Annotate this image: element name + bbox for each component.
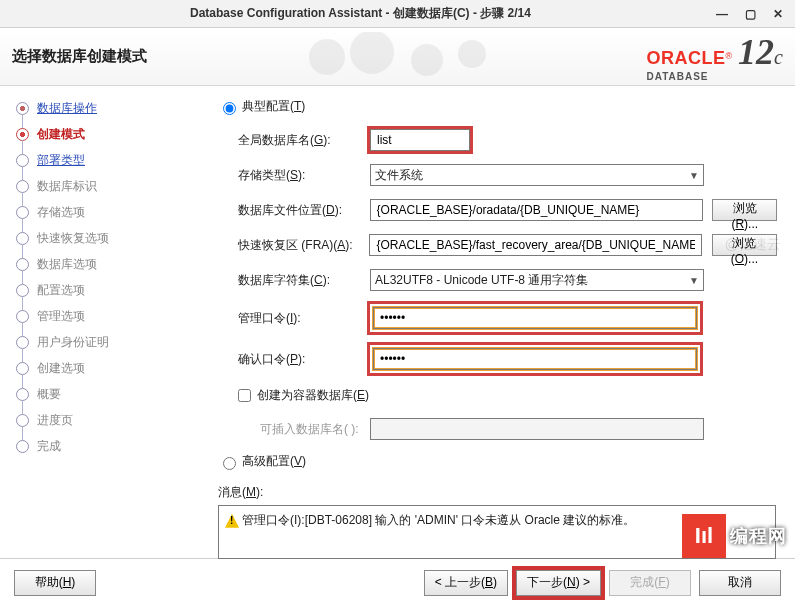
step-user-credentials: 用户身份证明: [16, 334, 190, 351]
watermark-logo-icon: Iıl: [682, 514, 726, 558]
version-twelve: 12: [738, 31, 774, 73]
back-button[interactable]: < 上一步(B): [424, 570, 508, 596]
db-file-location-input[interactable]: [370, 199, 703, 221]
advanced-config-radio-row: 高级配置(V): [218, 453, 777, 470]
pdb-name-label: 可插入数据库名( ):: [260, 421, 370, 438]
svg-point-0: [309, 39, 345, 75]
maximize-icon[interactable]: ▢: [741, 7, 759, 21]
page-title: 选择数据库创建模式: [0, 47, 147, 66]
step-create-mode: 创建模式: [16, 126, 190, 143]
minimize-icon[interactable]: —: [713, 7, 731, 21]
help-button[interactable]: 帮助(H): [14, 570, 96, 596]
step-db-id: 数据库标识: [16, 178, 190, 195]
pdb-name-input: [370, 418, 704, 440]
fra-input[interactable]: [369, 234, 702, 256]
svg-point-2: [411, 44, 443, 76]
charset-select[interactable]: AL32UTF8 - Unicode UTF-8 通用字符集▼: [370, 269, 704, 291]
step-create-options: 创建选项: [16, 360, 190, 377]
step-finish: 完成: [16, 438, 190, 455]
svg-point-1: [350, 32, 394, 74]
close-icon[interactable]: ✕: [769, 7, 787, 21]
storage-type-select[interactable]: 文件系统▼: [370, 164, 704, 186]
advanced-config-label: 高级配置(V): [242, 453, 306, 470]
advanced-config-radio[interactable]: [223, 457, 236, 470]
window-title: Database Configuration Assistant - 创建数据库…: [8, 5, 713, 22]
version-c: c: [774, 46, 783, 69]
warning-icon: [225, 514, 239, 528]
admin-password-input[interactable]: [373, 307, 697, 329]
main-panel: 典型配置(T) 全局数据库名(G): 存储类型(S): 文件系统▼ 数据库文件位…: [200, 86, 795, 558]
message-label: 消息(M):: [218, 484, 777, 501]
step-storage: 存储选项: [16, 204, 190, 221]
typical-config-radio[interactable]: [223, 102, 236, 115]
confirm-password-label: 确认口令(P):: [238, 351, 370, 368]
fra-label: 快速恢复区 (FRA)(A):: [238, 237, 369, 254]
header-decoration-gears: [147, 32, 646, 82]
wizard-steps-sidebar: 数据库操作 创建模式 部署类型 数据库标识 存储选项 快速恢复选项 数据库选项 …: [0, 86, 200, 558]
global-db-name-label: 全局数据库名(G):: [238, 132, 370, 149]
site-watermark: Iıl 编程网: [674, 514, 795, 558]
typical-config-label: 典型配置(T): [242, 98, 305, 115]
step-config-options: 配置选项: [16, 282, 190, 299]
step-deploy-type[interactable]: 部署类型: [16, 152, 190, 169]
storage-type-label: 存储类型(S):: [238, 167, 370, 184]
finish-button: 完成(F): [609, 570, 691, 596]
watermark-ghost: @亿速云: [725, 236, 781, 254]
create-as-cdb-checkbox[interactable]: [238, 389, 251, 402]
create-as-cdb-label: 创建为容器数据库(E): [257, 387, 369, 404]
step-db-operation[interactable]: 数据库操作: [16, 100, 190, 117]
browse-dbfile-button[interactable]: 浏览(R)...: [712, 199, 777, 221]
next-button[interactable]: 下一步(N) >: [516, 570, 601, 596]
typical-config-radio-row: 典型配置(T): [218, 98, 777, 115]
svg-point-3: [458, 40, 486, 68]
database-subtitle: DATABASE: [646, 71, 708, 82]
admin-password-label: 管理口令(I):: [238, 310, 370, 327]
step-mgmt-options: 管理选项: [16, 308, 190, 325]
chevron-down-icon: ▼: [689, 170, 699, 181]
cancel-button[interactable]: 取消: [699, 570, 781, 596]
watermark-text: 编程网: [730, 524, 787, 548]
step-db-options: 数据库选项: [16, 256, 190, 273]
db-file-location-label: 数据库文件位置(D):: [238, 202, 370, 219]
window-titlebar: Database Configuration Assistant - 创建数据库…: [0, 0, 795, 28]
chevron-down-icon: ▼: [689, 275, 699, 286]
wizard-header: 选择数据库创建模式 ORACLE® DATABASE 12c: [0, 28, 795, 86]
message-text: 管理口令(I):[DBT-06208] 输入的 'ADMIN' 口令未遵从 Or…: [242, 513, 635, 527]
charset-label: 数据库字符集(C):: [238, 272, 370, 289]
wizard-footer: 帮助(H) < 上一步(B) 下一步(N) > 完成(F) 取消: [0, 558, 795, 606]
confirm-password-input[interactable]: [373, 348, 697, 370]
step-progress: 进度页: [16, 412, 190, 429]
step-fast-recovery: 快速恢复选项: [16, 230, 190, 247]
global-db-name-input[interactable]: [370, 129, 470, 151]
oracle-wordmark: ORACLE: [646, 48, 725, 68]
step-summary: 概要: [16, 386, 190, 403]
oracle-logo: ORACLE® DATABASE 12c: [646, 31, 795, 83]
